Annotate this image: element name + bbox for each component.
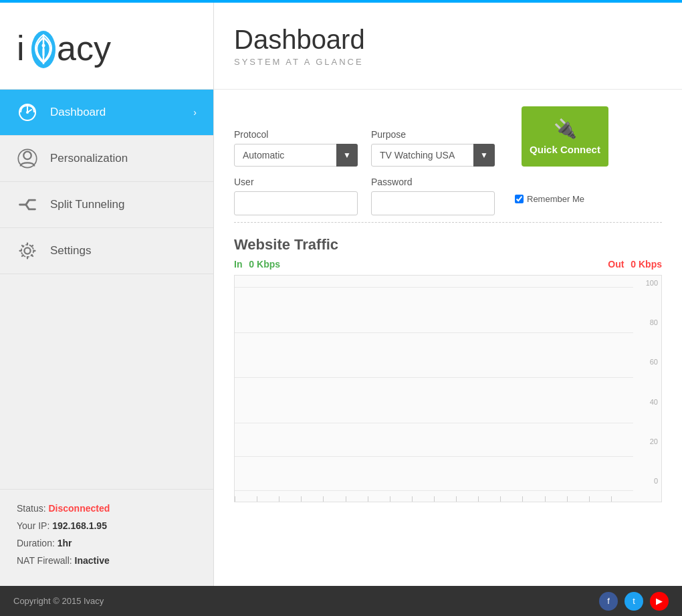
user-input[interactable]: [234, 191, 358, 215]
sidebar-item-personalization[interactable]: Personalization: [0, 136, 213, 182]
traffic-out: Out 0 Kbps: [608, 259, 662, 270]
nav-items: Dashboard › Personalization: [0, 90, 213, 489]
footer-copyright: Copyright © 2015 Ivacy: [13, 596, 104, 606]
y-label-80: 80: [638, 318, 658, 326]
split-tunneling-icon: [17, 194, 38, 215]
svg-point-7: [23, 152, 31, 159]
sidebar: i acy: [0, 3, 214, 586]
quick-connect-button[interactable]: 🔌 Quick Connect: [522, 106, 608, 167]
status-line: Status: Disconnected: [17, 503, 197, 514]
x-tick: [545, 496, 567, 502]
twitter-icon[interactable]: t: [624, 592, 643, 611]
grid-line-80: [235, 332, 633, 333]
x-tick: [368, 496, 390, 502]
remember-me-label[interactable]: Remember Me: [527, 194, 584, 204]
plug-icon: 🔌: [554, 118, 577, 140]
traffic-title: Website Traffic: [234, 236, 662, 253]
x-tick: [500, 496, 522, 502]
sidebar-item-split-tunneling[interactable]: Split Tunneling: [0, 182, 213, 228]
content-header: Dashboard SYSTEM AT A GLANCE: [214, 3, 682, 90]
footer-social-icons: f t ▶: [599, 592, 669, 611]
y-label-40: 40: [638, 398, 658, 406]
page-subtitle: SYSTEM AT A GLANCE: [234, 57, 662, 67]
status-area: Status: Disconnected Your IP: 192.168.1.…: [0, 489, 213, 586]
personalization-icon: [17, 148, 38, 169]
sidebar-item-dashboard[interactable]: Dashboard ›: [0, 90, 213, 136]
svg-rect-3: [43, 48, 45, 56]
x-tick: [279, 496, 301, 502]
traffic-chart: 0 20 40 60 80 100: [234, 275, 662, 502]
password-label: Password: [371, 177, 495, 187]
dashboard-icon: [17, 102, 38, 123]
sidebar-item-dashboard-label: Dashboard: [50, 106, 193, 119]
y-label-100: 100: [638, 279, 658, 287]
sidebar-item-split-tunneling-label: Split Tunneling: [50, 198, 197, 211]
traffic-out-value: 0 Kbps: [631, 259, 662, 270]
y-axis-labels: 0 20 40 60 80 100: [635, 276, 661, 488]
y-label-0: 0: [638, 477, 658, 485]
nat-line: NAT Firewall: Inactive: [17, 555, 197, 566]
traffic-out-label: Out: [608, 259, 624, 270]
x-tick: [434, 496, 456, 502]
remember-me-area: Remember Me: [515, 194, 584, 204]
x-tick: [390, 496, 412, 502]
x-tick: [611, 496, 633, 502]
duration-line: Duration: 1hr: [17, 538, 197, 548]
password-input[interactable]: [371, 191, 495, 215]
svg-point-9: [24, 247, 30, 253]
youtube-icon[interactable]: ▶: [650, 592, 669, 611]
svg-point-6: [26, 111, 29, 114]
x-tick: [323, 496, 345, 502]
main-content: Dashboard SYSTEM AT A GLANCE Protocol Au…: [214, 3, 682, 586]
traffic-in: In 0 Kbps: [234, 259, 280, 270]
section-divider: [234, 222, 662, 223]
duration-value: 1hr: [58, 538, 72, 548]
y-label-20: 20: [638, 437, 658, 445]
x-tick: [257, 496, 279, 502]
traffic-in-value: 0 Kbps: [249, 259, 280, 270]
sidebar-item-settings-label: Settings: [50, 244, 197, 258]
purpose-label: Purpose: [371, 129, 495, 140]
protocol-select[interactable]: Automatic OpenVPN L2TP PPTP: [234, 144, 358, 167]
logo: i acy: [17, 23, 150, 70]
ip-line: Your IP: 192.168.1.95: [17, 520, 197, 531]
grid-line-60: [235, 377, 633, 378]
status-value: Disconnected: [48, 503, 110, 514]
x-tick: [412, 496, 434, 502]
protocol-label: Protocol: [234, 129, 358, 140]
grid-line-40: [235, 423, 633, 423]
logo-area: i acy: [0, 3, 213, 90]
nat-value: Inactive: [75, 555, 110, 566]
x-tick: [589, 496, 611, 502]
settings-icon: [17, 240, 38, 262]
x-tick: [478, 496, 500, 502]
quick-connect-label: Quick Connect: [530, 144, 600, 155]
svg-point-2: [42, 43, 45, 47]
x-tick: [301, 496, 323, 502]
x-tick: [522, 496, 544, 502]
x-tick: [235, 496, 257, 502]
page-title: Dashboard: [234, 25, 662, 54]
quick-connect-col: 🔌 Quick Connect: [515, 106, 608, 167]
user-group: User: [234, 177, 358, 215]
svg-text:i: i: [17, 29, 25, 68]
remember-me-checkbox[interactable]: [515, 195, 524, 203]
grid-line-0: [235, 490, 633, 491]
ip-value: 192.168.1.95: [52, 520, 107, 531]
sidebar-item-personalization-label: Personalization: [50, 152, 197, 165]
y-label-60: 60: [638, 358, 658, 366]
traffic-stats: In 0 Kbps Out 0 Kbps: [234, 259, 662, 270]
x-tick: [456, 496, 478, 502]
purpose-select[interactable]: TV Watching USA General Security Streami…: [371, 144, 495, 167]
chevron-right-icon: ›: [193, 107, 197, 118]
sidebar-item-settings[interactable]: Settings: [0, 228, 213, 274]
protocol-select-wrapper: Automatic OpenVPN L2TP PPTP ▼: [234, 144, 358, 167]
footer: Copyright © 2015 Ivacy f t ▶: [0, 586, 682, 616]
x-tick: [346, 496, 368, 502]
grid-line-20: [235, 456, 633, 457]
grid-line-100: [235, 287, 633, 288]
x-ticks: [235, 492, 633, 502]
user-label: User: [234, 177, 358, 187]
password-group: Password: [371, 177, 495, 215]
facebook-icon[interactable]: f: [599, 592, 618, 611]
